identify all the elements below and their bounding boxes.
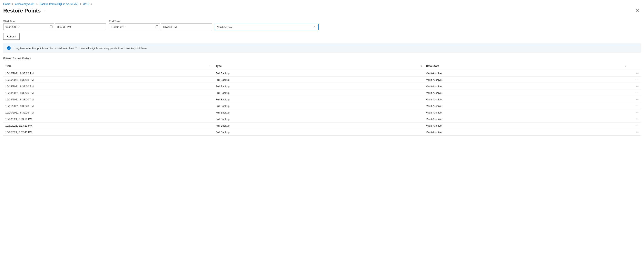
sort-icon: ↑↓ xyxy=(209,65,212,67)
breadcrumb-link-backup-items[interactable]: Backup Items (SQL in Azure VM) xyxy=(40,3,78,6)
cell-data-store: Vault-Archive xyxy=(424,129,628,135)
cell-type: Full Backup xyxy=(214,90,424,96)
cell-type: Full Backup xyxy=(214,96,424,103)
filtered-label: Filtered for last 30 days xyxy=(3,57,641,60)
row-actions-button[interactable]: ··· xyxy=(628,122,641,129)
cell-data-store: Vault-Archive xyxy=(424,109,628,116)
cell-type: Full Backup xyxy=(214,116,424,122)
cell-time: 10/15/2021, 8:33:18 PM xyxy=(3,77,214,83)
column-header-time-label: Time xyxy=(5,64,12,67)
cell-type: Full Backup xyxy=(214,77,424,83)
end-time-input[interactable] xyxy=(161,24,212,30)
cell-type: Full Backup xyxy=(214,109,424,116)
start-date-input[interactable] xyxy=(3,24,54,30)
table-row: 10/12/2021, 8:33:20 PMFull BackupVault-A… xyxy=(3,96,641,103)
cell-time: 10/14/2021, 8:33:20 PM xyxy=(3,83,214,90)
cell-time: 10/13/2021, 8:33:26 PM xyxy=(3,90,214,96)
cell-data-store: Vault-Archive xyxy=(424,90,628,96)
table-row: 10/10/2021, 8:32:29 PMFull BackupVault-A… xyxy=(3,109,641,116)
column-header-data-store[interactable]: Data Store ↑↓ xyxy=(424,63,628,70)
refresh-button[interactable]: Refresh xyxy=(3,33,20,40)
column-header-type[interactable]: Type ↑↓ xyxy=(214,63,424,70)
table-row: 10/8/2021, 8:33:22 PMFull BackupVault-Ar… xyxy=(3,122,641,129)
start-time-input[interactable] xyxy=(55,24,106,30)
row-actions-button[interactable]: ··· xyxy=(628,116,641,122)
info-text: Long term retention points can be moved … xyxy=(14,47,147,50)
close-icon xyxy=(636,9,639,12)
cell-type: Full Backup xyxy=(214,129,424,135)
breadcrumb-link-vault[interactable]: archiveccyvault1 xyxy=(15,3,35,6)
restore-points-table: Time ↑↓ Type ↑↓ Data Store ↑↓ 10/16/2021… xyxy=(3,63,641,135)
cell-type: Full Backup xyxy=(214,70,424,77)
table-row: 10/16/2021, 8:33:22 PMFull BackupVault-A… xyxy=(3,70,641,77)
column-header-type-label: Type xyxy=(216,64,222,67)
cell-data-store: Vault-Archive xyxy=(424,103,628,109)
info-bar[interactable]: i Long term retention points can be move… xyxy=(3,43,641,53)
title-row: Restore Points ··· xyxy=(3,8,641,14)
close-button[interactable] xyxy=(634,8,641,14)
table-row: 10/11/2021, 8:33:28 PMFull BackupVault-A… xyxy=(3,103,641,109)
end-date-input[interactable] xyxy=(109,24,160,30)
cell-type: Full Backup xyxy=(214,83,424,90)
row-actions-button[interactable]: ··· xyxy=(628,96,641,103)
end-time-group: End Time xyxy=(109,20,212,30)
info-icon: i xyxy=(7,46,10,50)
cell-time: 10/8/2021, 8:33:22 PM xyxy=(3,122,214,129)
row-actions-button[interactable]: ··· xyxy=(628,83,641,90)
breadcrumb-link-home[interactable]: Home xyxy=(3,3,10,6)
filters-row: Start Time End Time xyxy=(3,20,641,30)
row-actions-button[interactable]: ··· xyxy=(628,70,641,77)
row-actions-button[interactable]: ··· xyxy=(628,129,641,135)
cell-time: 10/16/2021, 8:33:22 PM xyxy=(3,70,214,77)
breadcrumb-separator: > xyxy=(91,3,92,6)
sort-icon: ↑↓ xyxy=(624,65,626,67)
cell-data-store: Vault-Archive xyxy=(424,122,628,129)
table-row: 10/9/2021, 8:33:19 PMFull BackupVault-Ar… xyxy=(3,116,641,122)
breadcrumb-separator: > xyxy=(12,3,14,6)
cell-type: Full Backup xyxy=(214,122,424,129)
cell-data-store: Vault-Archive xyxy=(424,83,628,90)
sort-icon: ↑↓ xyxy=(420,65,422,67)
start-time-group: Start Time xyxy=(3,20,106,30)
table-row: 10/13/2021, 8:33:26 PMFull BackupVault-A… xyxy=(3,90,641,96)
table-row: 10/15/2021, 8:33:18 PMFull BackupVault-A… xyxy=(3,77,641,83)
cell-data-store: Vault-Archive xyxy=(424,116,628,122)
row-actions-button[interactable]: ··· xyxy=(628,90,641,96)
page-title: Restore Points xyxy=(3,8,41,14)
table-row: 10/14/2021, 8:33:20 PMFull BackupVault-A… xyxy=(3,83,641,90)
row-actions-button[interactable]: ··· xyxy=(628,103,641,109)
end-time-label: End Time xyxy=(109,20,212,23)
cell-data-store: Vault-Archive xyxy=(424,96,628,103)
column-header-time[interactable]: Time ↑↓ xyxy=(3,63,214,70)
start-time-label: Start Time xyxy=(3,20,106,23)
cell-type: Full Backup xyxy=(214,103,424,109)
cell-time: 10/12/2021, 8:33:20 PM xyxy=(3,96,214,103)
tier-select[interactable] xyxy=(215,24,319,30)
cell-time: 10/10/2021, 8:32:29 PM xyxy=(3,109,214,116)
row-actions-button[interactable]: ··· xyxy=(628,109,641,116)
cell-time: 10/11/2021, 8:33:28 PM xyxy=(3,103,214,109)
breadcrumb-separator: > xyxy=(80,3,82,6)
cell-data-store: Vault-Archive xyxy=(424,70,628,77)
breadcrumb: Home > archiveccyvault1 > Backup Items (… xyxy=(3,3,641,6)
cell-data-store: Vault-Archive xyxy=(424,77,628,83)
button-row: Refresh xyxy=(3,33,641,40)
cell-time: 10/7/2021, 8:32:45 PM xyxy=(3,129,214,135)
tier-select-input[interactable] xyxy=(215,24,319,30)
table-row: 10/7/2021, 8:32:45 PMFull BackupVault-Ar… xyxy=(3,129,641,135)
breadcrumb-separator: > xyxy=(36,3,38,6)
cell-time: 10/9/2021, 8:33:19 PM xyxy=(3,116,214,122)
column-header-data-store-label: Data Store xyxy=(426,64,439,67)
more-actions-button[interactable]: ··· xyxy=(44,9,48,13)
row-actions-button[interactable]: ··· xyxy=(628,77,641,83)
breadcrumb-link-db[interactable]: db15 xyxy=(83,3,89,6)
